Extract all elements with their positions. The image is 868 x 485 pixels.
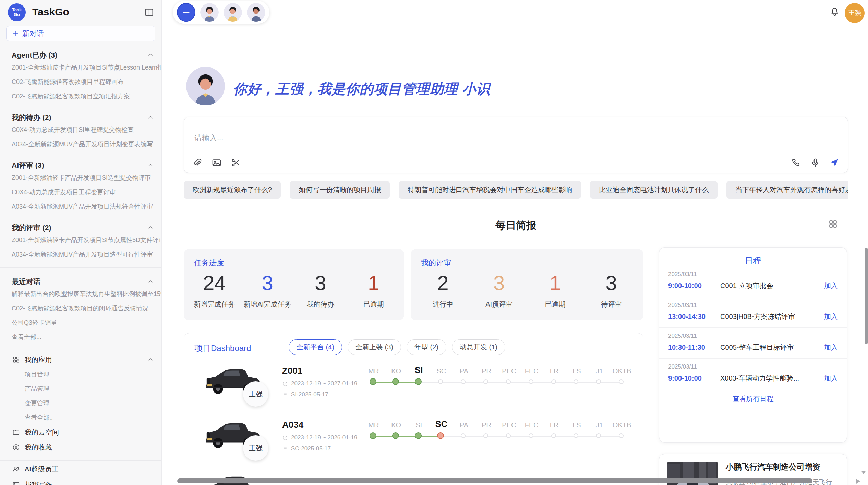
sidebar-task-item[interactable]: Z001-全新燃油皮卡产品开发项目SI节点Lesson Learn报告 xyxy=(0,60,161,75)
milestone-dot-pending[interactable] xyxy=(551,379,556,384)
schedule-title: 日程 xyxy=(659,255,847,266)
join-link[interactable]: 加入 xyxy=(824,374,838,383)
suggestion-chip[interactable]: 欧洲新规最近颁布了什么? xyxy=(184,181,281,199)
milestone-dot-done[interactable] xyxy=(415,378,422,385)
new-chat-button[interactable]: 新对话 xyxy=(6,26,155,41)
milestone-dot-risk[interactable] xyxy=(437,432,444,439)
sidebar-item-star[interactable]: 我的收藏 xyxy=(0,440,161,455)
dashboard-filter-pill[interactable]: 年型 (2) xyxy=(407,339,446,355)
milestone-dot-pending[interactable] xyxy=(551,433,556,438)
vertical-scrollbar[interactable] xyxy=(865,248,868,344)
milestone-dot-pending[interactable] xyxy=(529,379,533,384)
sidebar-task-item[interactable]: C02-飞腾新能源轻客改款项目里程碑画布 xyxy=(0,75,161,89)
screenshot-scissors-icon[interactable] xyxy=(231,158,241,168)
chat-input[interactable] xyxy=(194,134,606,142)
horizontal-scrollbar[interactable] xyxy=(177,478,812,483)
milestone-dot-done[interactable] xyxy=(370,378,376,385)
sidebar-tool-item[interactable]: AI超级员工 xyxy=(0,461,161,476)
sidebar-item-my-apps[interactable]: 我的应用 xyxy=(0,352,161,367)
milestone-dot-pending[interactable] xyxy=(619,433,624,438)
sidebar-tool-item[interactable]: 帮我写作 xyxy=(0,477,161,485)
app-link[interactable]: 项目管理 xyxy=(0,367,161,382)
sidebar-task-item[interactable]: A034-全新新能源MUV产品开发项目造型可行性评审 xyxy=(0,247,161,262)
event-date: 2025/03/11 xyxy=(668,302,838,309)
sidebar-item-folder[interactable]: 我的云空间 xyxy=(0,425,161,440)
sidebar-task-item[interactable]: C02-飞腾新能源轻客改款项目立项汇报方案 xyxy=(0,89,161,103)
user-avatar[interactable]: 王强 xyxy=(845,3,865,23)
milestone-dot-pending[interactable] xyxy=(483,433,488,438)
flag-icon xyxy=(282,392,288,398)
milestone-dot-pending[interactable] xyxy=(619,379,624,384)
sidebar-collapse-icon[interactable] xyxy=(144,8,154,17)
sidebar-task-item[interactable]: Z001-全新燃油轻卡产品开发项目SI节点属性5D文件评审 xyxy=(0,233,161,247)
join-link[interactable]: 加入 xyxy=(824,312,838,321)
agent-avatar-3[interactable] xyxy=(247,3,265,22)
assistant-avatar xyxy=(186,67,225,105)
join-link[interactable]: 加入 xyxy=(824,281,838,290)
app-link[interactable]: 产品管理 xyxy=(0,382,161,396)
notification-bell-icon[interactable] xyxy=(830,7,840,17)
sidebar-task-item[interactable]: C0X4-动力总成开发项目工程变更评审 xyxy=(0,185,161,199)
dashboard-filter-pill[interactable]: 全新上装 (3) xyxy=(348,339,401,355)
app-link[interactable]: 变更管理 xyxy=(0,396,161,410)
milestone-label: PR xyxy=(475,367,498,375)
phone-call-icon[interactable] xyxy=(791,158,801,168)
milestone-dot-pending[interactable] xyxy=(483,379,488,384)
sidebar-section-header[interactable]: Agent已办 (3) xyxy=(12,50,154,60)
milestone-dot-pending[interactable] xyxy=(596,379,601,384)
sidebar-task-item[interactable]: C0X4-动力总成开发项目SI里程碑提交物检查 xyxy=(0,123,161,137)
sidebar-section-header[interactable]: AI评审 (3) xyxy=(12,160,154,171)
sidebar-section-header[interactable]: 最近对话 xyxy=(12,276,154,287)
microphone-icon[interactable] xyxy=(810,158,820,168)
folder-icon xyxy=(12,428,20,436)
dashboard-filter-pill[interactable]: 动总开发 (1) xyxy=(452,339,505,355)
chat-input-card xyxy=(184,117,848,173)
stat: 3AI预评审 xyxy=(471,271,527,309)
project-row[interactable]: 王强A0342023-12-19 ~ 2026-01-19SC-2025-05-… xyxy=(184,417,643,471)
milestone-dot-done[interactable] xyxy=(415,432,422,439)
briefing-layout-icon[interactable] xyxy=(828,219,838,229)
milestone-dot-done[interactable] xyxy=(392,432,399,439)
milestone-label: SI xyxy=(408,365,430,375)
suggestion-chip[interactable]: 比亚迪全固态电池计划具体说了什么 xyxy=(590,181,718,199)
sidebar-task-item[interactable]: A034-全新新能源MUV产品开发项目法规符合性评审 xyxy=(0,199,161,214)
view-all-apps-link[interactable]: 查看全部.. xyxy=(0,410,161,425)
agent-avatar-2[interactable] xyxy=(224,3,242,22)
milestone-dot-done[interactable] xyxy=(370,432,376,439)
send-icon[interactable] xyxy=(829,158,840,168)
milestone-dot-pending[interactable] xyxy=(438,379,443,384)
suggestion-chip[interactable]: 特朗普可能对进口汽车增税会对中国车企造成哪些影响 xyxy=(399,181,581,199)
join-link[interactable]: 加入 xyxy=(824,343,838,352)
project-date-range: 2023-12-19 ~ 2026-01-19 xyxy=(291,434,357,441)
sidebar-section-header[interactable]: 我的评审 (2) xyxy=(12,223,154,233)
recent-chat-item[interactable]: 解释最新出台的欧盟报废车法规再生塑料比例被调至15%... xyxy=(0,287,161,301)
project-row[interactable]: 王强Z0012023-12-19 ~ 2027-01-19SI-2025-05-… xyxy=(184,363,643,417)
sidebar-task-item[interactable]: A034-全新新能源MUV产品开发项目计划变更表编写 xyxy=(0,137,161,151)
milestone-dot-pending[interactable] xyxy=(461,433,466,438)
schedule-events: 2025/03/119:00-10:00C001-立项审批会加入2025/03/… xyxy=(659,266,847,389)
milestone-dot-pending[interactable] xyxy=(506,379,511,384)
sidebar-section-header[interactable]: 我的待办 (2) xyxy=(12,112,154,123)
agent-avatar-1[interactable] xyxy=(200,3,219,22)
suggestion-chip[interactable]: 如何写一份清晰的项目周报 xyxy=(290,181,390,199)
milestone-dot-pending[interactable] xyxy=(574,433,578,438)
milestone-label: LR xyxy=(543,421,566,429)
milestone-dot-pending[interactable] xyxy=(596,433,601,438)
milestone-dot-pending[interactable] xyxy=(461,379,466,384)
milestone-dot-pending[interactable] xyxy=(574,379,578,384)
milestone-dot-pending[interactable] xyxy=(529,433,533,438)
attachment-icon[interactable] xyxy=(192,158,203,168)
scroll-down-arrow[interactable] xyxy=(861,471,866,474)
view-all-chats-link[interactable]: 查看全部... xyxy=(0,330,161,344)
recent-chat-item[interactable]: 公司Q3轻卡销量 xyxy=(0,315,161,330)
dashboard-filter-pill[interactable]: 全新平台 (4) xyxy=(289,339,342,355)
sidebar-task-item[interactable]: Z001-全新燃油轻卡产品开发项目SI造型提交物评审 xyxy=(0,171,161,185)
milestone-dot-pending[interactable] xyxy=(506,433,511,438)
image-upload-icon[interactable] xyxy=(212,158,222,168)
add-agent-button[interactable] xyxy=(177,3,195,22)
view-all-schedule-link[interactable]: 查看所有日程 xyxy=(659,389,847,408)
scroll-right-arrow[interactable] xyxy=(856,479,860,484)
recent-chat-item[interactable]: C02-飞腾新能源轻客改款项目的闭环通告反馈情况 xyxy=(0,301,161,315)
milestone-dot-done[interactable] xyxy=(392,378,399,385)
suggestion-chip[interactable]: 当下年轻人对汽车外观有怎样的喜好趋势 xyxy=(726,181,848,199)
